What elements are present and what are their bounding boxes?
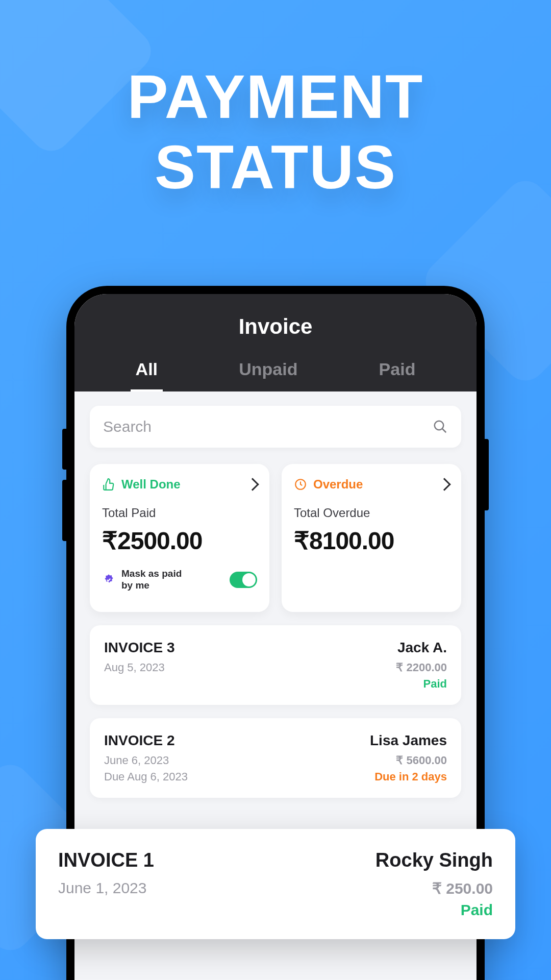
invoice-status: Paid	[423, 677, 447, 691]
tab-all[interactable]: All	[131, 353, 163, 391]
svg-point-0	[435, 421, 444, 430]
total-paid-label: Total Paid	[102, 506, 257, 520]
overdue-summary-card[interactable]: Overdue Total Overdue ₹8100.00	[282, 464, 461, 612]
floating-invoice-card[interactable]: INVOICE 1 Rocky Singh June 1, 2023 ₹ 250…	[36, 829, 515, 939]
paid-summary-card[interactable]: Well Done Total Paid ₹2500.00 Mask as pa…	[90, 464, 269, 612]
page-title: Invoice	[74, 308, 477, 353]
total-overdue-amount: ₹8100.00	[294, 526, 449, 555]
mask-as-paid-label: Mask as paid by me	[121, 568, 188, 592]
invoice-date: June 6, 2023	[104, 754, 169, 767]
invoice-date: June 1, 2023	[58, 879, 146, 897]
total-paid-amount: ₹2500.00	[102, 526, 257, 555]
invoice-amount: ₹ 5600.00	[396, 754, 447, 767]
search-bar[interactable]	[90, 406, 461, 448]
well-done-label: Well Done	[121, 477, 181, 492]
tabs: All Unpaid Paid	[74, 353, 477, 391]
invoice-date: Aug 5, 2023	[104, 661, 165, 674]
search-icon	[433, 419, 448, 434]
total-overdue-label: Total Overdue	[294, 506, 449, 520]
svg-line-1	[442, 429, 446, 433]
invoice-client-name: Rocky Singh	[375, 849, 493, 871]
invoice-status: Paid	[461, 901, 493, 919]
tab-paid[interactable]: Paid	[374, 353, 421, 391]
invoice-title: INVOICE 3	[104, 640, 174, 656]
invoice-amount: ₹ 2200.00	[396, 661, 447, 674]
thumbs-up-icon	[102, 478, 115, 491]
invoice-amount: ₹ 250.00	[432, 879, 493, 897]
invoice-list-item[interactable]: INVOICE 2 Lisa James June 6, 2023 ₹ 5600…	[90, 718, 461, 798]
summary-row: Well Done Total Paid ₹2500.00 Mask as pa…	[90, 464, 461, 612]
app-header: Invoice All Unpaid Paid	[74, 294, 477, 391]
invoice-due: Due Aug 6, 2023	[104, 770, 188, 783]
search-input[interactable]	[103, 418, 433, 435]
invoice-client-name: Jack A.	[397, 640, 447, 656]
tab-unpaid[interactable]: Unpaid	[234, 353, 303, 391]
chevron-right-icon	[438, 478, 450, 491]
invoice-client-name: Lisa James	[370, 732, 447, 749]
clock-icon	[294, 478, 307, 491]
invoice-title: INVOICE 2	[104, 732, 174, 749]
content-area: Well Done Total Paid ₹2500.00 Mask as pa…	[74, 391, 477, 812]
invoice-status: Due in 2 days	[374, 770, 447, 783]
chevron-right-icon	[246, 478, 259, 491]
mask-toggle[interactable]	[230, 572, 257, 588]
invoice-title: INVOICE 1	[58, 849, 154, 871]
invoice-list-item[interactable]: INVOICE 3 Jack A. Aug 5, 2023 ₹ 2200.00 …	[90, 625, 461, 705]
verified-badge-icon	[102, 573, 115, 586]
overdue-label: Overdue	[313, 477, 363, 492]
